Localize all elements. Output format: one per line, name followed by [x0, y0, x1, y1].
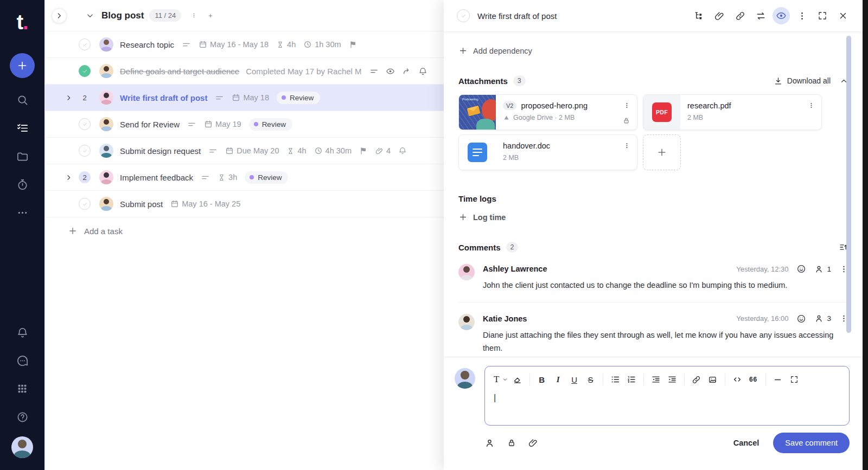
reopen-arrow-icon[interactable] [402, 67, 411, 76]
bullet-list-button[interactable] [608, 372, 622, 387]
assignee-avatar[interactable] [99, 170, 113, 184]
task-row[interactable]: Send for Review May 19 Review [45, 111, 444, 138]
expand-subtasks-icon[interactable] [65, 94, 73, 102]
attachment-menu-kebab-icon[interactable] [807, 101, 816, 110]
italic-button[interactable]: I [551, 372, 565, 387]
quick-add-button[interactable] [10, 53, 35, 78]
task-title[interactable]: Research topic [120, 40, 174, 49]
estimate[interactable]: 4h [286, 146, 306, 155]
attachment-card[interactable]: Podcasting V2 proposed-hero.png Google D… [458, 94, 637, 130]
seen-by-count[interactable]: 1 [814, 265, 831, 274]
task-title[interactable]: Send for Review [120, 120, 180, 129]
copy-link-button[interactable] [731, 7, 749, 24]
subtasks-button[interactable] [690, 7, 707, 24]
clear-format-button[interactable] [510, 372, 525, 387]
add-task-button[interactable]: Add a task [45, 217, 444, 236]
add-dependency-button[interactable]: Add dependency [458, 46, 848, 55]
cancel-button[interactable]: Cancel [733, 439, 760, 447]
assignee-avatar[interactable] [99, 37, 113, 51]
watch-eye-icon[interactable] [386, 67, 395, 76]
attachment-name[interactable]: handover.doc [503, 141, 618, 150]
status-badge[interactable]: Review [245, 171, 288, 184]
task-checkbox[interactable] [79, 198, 91, 210]
user-avatar[interactable] [11, 436, 33, 458]
attach-button[interactable] [711, 7, 728, 24]
time-logged[interactable]: 4h 30m [314, 146, 352, 155]
task-checkbox[interactable] [79, 118, 91, 130]
task-title[interactable]: Implement feedback [120, 173, 193, 182]
priority-flag-icon[interactable] [359, 146, 368, 155]
download-all-button[interactable]: Download all [774, 76, 831, 86]
sidebar-item-more[interactable] [10, 198, 34, 227]
save-comment-button[interactable]: Save comment [773, 433, 850, 453]
due-date[interactable]: May 18 [232, 93, 269, 102]
collapse-list-chevron-icon[interactable] [85, 11, 95, 21]
privacy-lock-icon[interactable] [507, 438, 516, 448]
due-date[interactable]: Due May 20 [225, 146, 279, 155]
sidebar-item-help[interactable] [10, 403, 34, 431]
list-add-icon[interactable] [206, 11, 215, 21]
mention-person-icon[interactable] [484, 438, 495, 448]
watch-button-active[interactable] [773, 7, 790, 24]
attach-paperclip-icon[interactable] [528, 438, 538, 448]
list-menu-kebab-icon[interactable] [189, 10, 199, 21]
emoji-react-icon[interactable] [796, 314, 806, 324]
task-title[interactable]: Submit design request [120, 146, 201, 156]
task-title[interactable]: Write first draft of post [120, 93, 207, 102]
add-attachment-button[interactable] [643, 134, 681, 170]
reminder-bell-icon[interactable] [398, 146, 407, 155]
status-badge[interactable]: Review [277, 92, 320, 104]
editor-fullscreen-button[interactable] [787, 372, 801, 387]
description-icon[interactable] [187, 120, 196, 129]
task-row[interactable]: 2 Implement feedback 3h Review [45, 164, 444, 191]
log-time-button[interactable]: Log time [458, 213, 848, 222]
text-style-button[interactable]: T [494, 372, 508, 387]
sidebar-item-messages[interactable] [10, 346, 34, 375]
task-row[interactable]: Submit post May 16 - May 25 [45, 191, 444, 217]
insert-image-button[interactable] [706, 372, 720, 387]
emoji-react-icon[interactable] [796, 264, 806, 274]
task-title[interactable]: Define goals and target audience [120, 67, 239, 76]
indent-button[interactable] [665, 372, 679, 387]
editor-caret[interactable]: | [485, 388, 849, 403]
description-icon[interactable] [182, 40, 191, 49]
estimate[interactable]: 4h [276, 40, 296, 49]
description-icon[interactable] [208, 146, 218, 156]
task-row[interactable]: Define goals and target audience Complet… [45, 58, 444, 85]
repeat-button[interactable] [752, 7, 769, 24]
sidebar-item-projects[interactable] [10, 142, 34, 170]
priority-flag-icon[interactable] [349, 40, 358, 49]
task-checkbox[interactable] [79, 38, 91, 50]
detail-menu-button[interactable] [793, 7, 810, 24]
expand-panel-button[interactable] [52, 8, 67, 23]
attachment-menu-kebab-icon[interactable] [622, 101, 631, 110]
close-panel-button[interactable] [834, 7, 852, 24]
version-badge[interactable]: V2 [503, 101, 516, 110]
comment-avatar[interactable] [458, 264, 475, 280]
seen-by-count[interactable]: 3 [814, 314, 831, 323]
task-row[interactable]: Research topic May 16 - May 18 4h 1h 30m [45, 31, 444, 58]
sidebar-item-apps[interactable] [10, 375, 34, 403]
attachment-menu-kebab-icon[interactable] [622, 141, 631, 150]
comment-author[interactable]: Katie Jones [483, 314, 527, 323]
description-icon[interactable] [369, 67, 379, 76]
attachment-card[interactable]: handover.doc 2 MB [458, 134, 637, 170]
reminder-bell-icon[interactable] [418, 67, 427, 76]
estimate[interactable]: 3h [218, 173, 237, 182]
status-badge[interactable]: Review [249, 118, 292, 131]
panel-scrollbar[interactable] [846, 36, 851, 333]
app-logo[interactable]: t. [16, 12, 28, 33]
due-date[interactable]: May 16 - May 18 [199, 40, 269, 49]
sidebar-item-search[interactable] [10, 86, 34, 114]
assignee-avatar[interactable] [99, 91, 113, 105]
strikethrough-button[interactable]: S [584, 372, 598, 387]
task-checkbox[interactable] [457, 9, 470, 22]
outdent-button[interactable] [649, 372, 663, 387]
assignee-avatar[interactable] [99, 144, 113, 158]
sidebar-item-time[interactable] [10, 170, 34, 198]
description-icon[interactable] [201, 173, 210, 182]
fullscreen-button[interactable] [814, 7, 831, 24]
due-date[interactable]: May 19 [204, 120, 241, 128]
task-row-selected[interactable]: 2 Write first draft of post May 18 Revie… [45, 85, 444, 111]
assignee-avatar[interactable] [99, 197, 113, 211]
